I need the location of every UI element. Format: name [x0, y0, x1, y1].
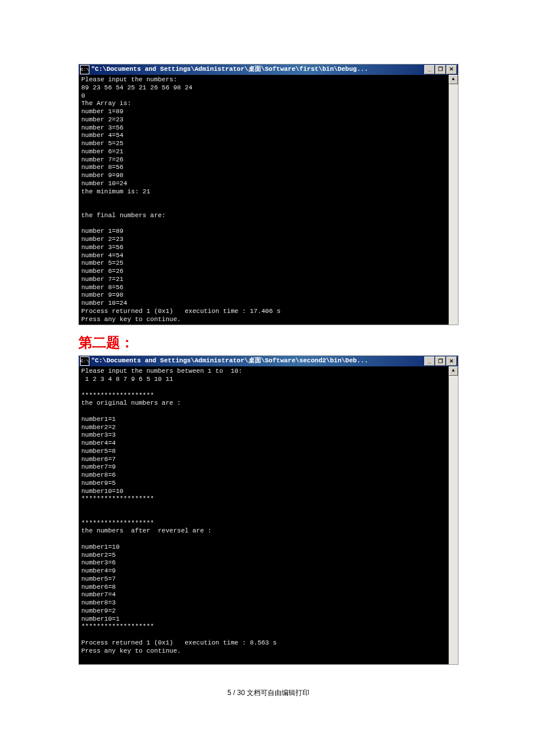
window-title-1: "C:\Documents and Settings\Administrator…	[91, 66, 424, 74]
console-body-2: Please input the numbers between 1 to 10…	[79, 366, 458, 664]
window-buttons-1: _ ❐ ✕	[424, 65, 457, 74]
scroll-up-icon[interactable]: ▲	[449, 366, 458, 376]
scroll-track[interactable]	[449, 84, 458, 325]
console-body-1: Please input the numbers: 89 23 56 54 25…	[79, 75, 458, 325]
scrollbar-1[interactable]: ▲	[449, 75, 458, 325]
console-output-1: Please input the numbers: 89 23 56 54 25…	[79, 75, 449, 325]
minimize-button[interactable]: _	[424, 65, 435, 74]
scrollbar-2[interactable]: ▲	[449, 366, 458, 664]
console-output-2: Please input the numbers between 1 to 10…	[79, 366, 449, 664]
document-page: C:\ "C:\Documents and Settings\Administr…	[0, 0, 534, 727]
section-heading: 第二题：	[78, 333, 459, 352]
cmd-icon: C:\	[80, 357, 89, 366]
title-bar-2: C:\ "C:\Documents and Settings\Administr…	[79, 356, 458, 366]
maximize-button[interactable]: ❐	[435, 65, 446, 74]
title-bar-1: C:\ "C:\Documents and Settings\Administr…	[79, 64, 458, 75]
scroll-up-icon[interactable]: ▲	[449, 75, 458, 84]
page-footer: 5 / 30 文档可自由编辑打印	[78, 688, 459, 698]
window-title-2: "C:\Documents and Settings\Administrator…	[91, 357, 424, 365]
scroll-track[interactable]	[449, 376, 458, 664]
cmd-icon: C:\	[80, 65, 89, 74]
close-button[interactable]: ✕	[446, 65, 457, 74]
maximize-button[interactable]: ❐	[435, 357, 446, 366]
window-buttons-2: _ ❐ ✕	[424, 357, 457, 366]
console-window-1: C:\ "C:\Documents and Settings\Administr…	[78, 64, 459, 325]
close-button[interactable]: ✕	[446, 357, 457, 366]
minimize-button[interactable]: _	[424, 357, 435, 366]
console-window-2: C:\ "C:\Documents and Settings\Administr…	[78, 355, 459, 665]
